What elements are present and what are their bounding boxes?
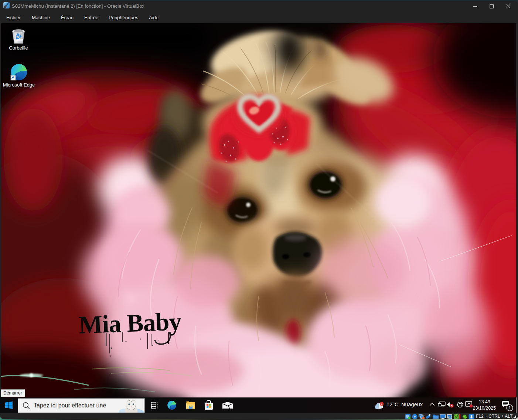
- svg-text:1: 1: [381, 402, 383, 406]
- svg-text:1: 1: [508, 406, 511, 410]
- svg-text:Mia Baby: Mia Baby: [78, 307, 182, 339]
